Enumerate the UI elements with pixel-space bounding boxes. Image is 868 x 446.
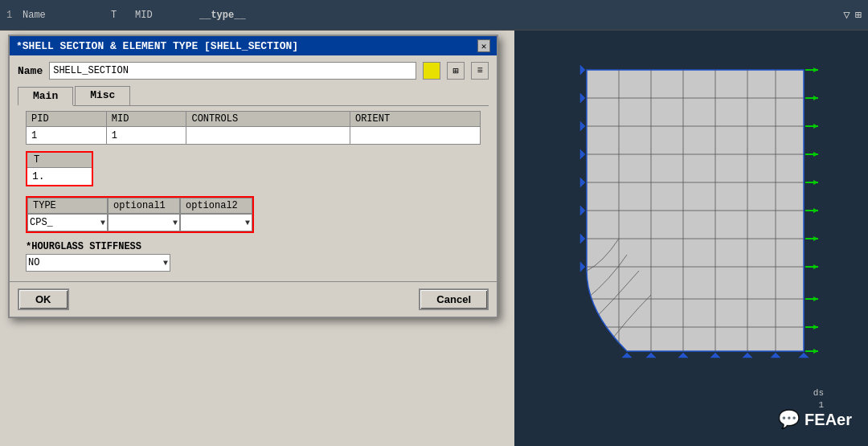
optional2-col-hdr: optional2 [180,198,252,214]
svg-marker-24 [646,353,656,358]
svg-marker-39 [813,180,818,185]
watermark-text: FEAer [805,411,852,429]
ok-button[interactable]: OK [18,288,69,310]
svg-marker-33 [813,96,818,100]
pid-table: PID MID CONTROLS ORIENT 1 1 [26,111,481,145]
svg-marker-20 [580,206,585,215]
tab-bar: Main Misc [18,86,489,106]
svg-marker-15 [580,65,585,75]
svg-marker-45 [813,264,818,269]
top-bar: 1 Name T MID __type__ ▽ ⊞ [0,0,868,31]
svg-marker-41 [813,208,818,213]
wechat-icon: 💬 [778,409,800,430]
opt2-dropdown-arrow: ▼ [245,219,250,227]
svg-marker-23 [622,353,632,358]
mid-header: MID [106,112,186,127]
t-field-input[interactable] [27,168,92,185]
hourglass-value: NO [28,257,39,268]
optional1-dropdown[interactable]: ▼ [108,214,180,231]
shell-section-dialog: *SHELL SECTION & ELEMENT TYPE [SHELL_SEC… [8,35,498,318]
orient-cell[interactable] [350,127,480,145]
section-content: PID MID CONTROLS ORIENT 1 1 [18,111,489,275]
svg-marker-16 [580,93,585,103]
grid-icon[interactable]: ⊞ [855,8,862,22]
svg-marker-43 [813,236,818,241]
table-row: 1 1 [27,127,481,145]
cancel-button[interactable]: Cancel [419,288,489,310]
tab-main[interactable]: Main [18,87,73,106]
type-col-hdr: TYPE [27,198,108,214]
name-col-header: Name [23,10,111,21]
opt1-dropdown-arrow: ▼ [173,219,178,227]
svg-marker-27 [743,353,752,358]
t-section: T [26,151,93,186]
t-field-label: T [27,153,92,168]
type-dropdown-arrow: ▼ [100,219,105,227]
dialog-wrapper: *SHELL SECTION & ELEMENT TYPE [SHELL_SEC… [0,31,514,446]
svg-marker-35 [813,124,818,129]
svg-marker-25 [678,353,688,358]
svg-marker-17 [580,121,585,131]
pid-header: PID [27,112,107,127]
hourglass-label: *HOURGLASS STIFFNESS [26,241,481,252]
viewport-num: 1 [818,400,824,410]
svg-marker-19 [580,178,585,187]
left-panel: *SHELL SECTION & ELEMENT TYPE [SHELL_SEC… [0,31,514,446]
main-area: *SHELL SECTION & ELEMENT TYPE [SHELL_SEC… [0,31,868,446]
svg-marker-37 [813,152,818,157]
dialog-body: Name ⊞ ≡ Main Misc [10,55,497,281]
svg-marker-49 [813,325,818,329]
hourglass-dropdown[interactable]: NO ▼ [26,254,170,272]
name-label: Name [18,65,43,77]
dialog-titlebar: *SHELL SECTION & ELEMENT TYPE [SHELL_SEC… [10,36,497,55]
hourglass-dropdown-arrow: ▼ [163,259,168,268]
dialog-close-btn[interactable]: ✕ [477,39,490,52]
color-picker-btn[interactable] [423,62,440,80]
orient-header: ORIENT [350,112,480,127]
3d-viewport: 💬 FEAer ds 1 [514,31,868,446]
svg-marker-21 [580,234,585,243]
svg-marker-28 [771,353,780,358]
controls-cell[interactable] [186,127,350,145]
hourglass-section: *HOURGLASS STIFFNESS NO ▼ [26,241,481,272]
svg-marker-31 [813,68,818,72]
filter-icon[interactable]: ▽ [843,8,850,22]
mid-cell[interactable]: 1 [106,127,186,145]
svg-marker-18 [580,149,585,159]
controls-header: CONTROLS [186,112,350,127]
svg-marker-47 [813,297,818,301]
optional2-dropdown[interactable]: ▼ [180,214,252,231]
type-section: TYPE optional1 optional2 CPS_ ▼ [26,196,254,233]
type-dropdowns: CPS_ ▼ ▼ ▼ [27,214,252,231]
dialog-buttons: OK Cancel [10,281,497,317]
type-dropdown[interactable]: CPS_ ▼ [27,214,108,231]
pid-cell[interactable]: 1 [27,127,107,145]
mesh-area [547,47,844,382]
icon-btn-1[interactable]: ⊞ [447,62,465,80]
svg-marker-26 [710,353,720,358]
svg-marker-22 [580,262,585,272]
optional1-col-hdr: optional1 [108,198,180,214]
row-number: 1 [6,10,23,21]
svg-marker-29 [799,353,809,358]
dialog-title: *SHELL SECTION & ELEMENT TYPE [SHELL_SEC… [16,40,298,52]
watermark: 💬 FEAer [778,409,852,430]
type-value: CPS_ [30,217,53,228]
svg-marker-51 [813,349,818,354]
icon-btn-2[interactable]: ≡ [471,62,489,80]
t-col-header: T [111,10,135,21]
name-row: Name ⊞ ≡ [18,62,489,80]
name-input[interactable] [49,62,416,80]
fem-mesh [563,62,828,367]
tab-misc[interactable]: Misc [75,86,130,105]
mid-col-header: MID [135,10,199,21]
viewport-label: ds [813,388,824,398]
type-col-header: __type__ [199,10,843,21]
type-headers: TYPE optional1 optional2 [27,198,252,214]
